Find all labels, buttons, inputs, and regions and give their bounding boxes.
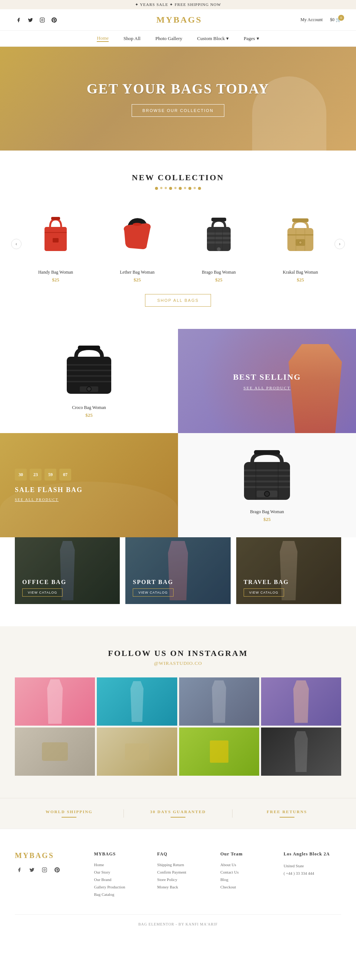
footer-home-link[interactable]: Home xyxy=(94,862,146,867)
footer-logo-column: MYBAGS xyxy=(15,851,88,900)
svg-rect-3 xyxy=(51,217,60,220)
footer-top: MYBAGS MYBAGS Home Our Story Our Br xyxy=(15,851,341,900)
sale-link[interactable]: SEE ALL PRODUCT xyxy=(15,498,83,502)
dot-3 xyxy=(165,187,167,189)
sport-bag-category[interactable]: SPORT BAG VIEW CATALOG xyxy=(126,537,230,604)
office-bag-category[interactable]: OFFICE BAG VIEW CATALOG xyxy=(15,537,120,604)
svg-rect-25 xyxy=(67,370,111,371)
svg-rect-32 xyxy=(244,469,290,471)
svg-rect-33 xyxy=(244,475,290,477)
instagram-post-7[interactable] xyxy=(179,727,259,776)
best-selling-link[interactable]: SEE ALL PRODUCT xyxy=(233,386,301,390)
footer-phone: ( +44 ) 33 334 444 xyxy=(284,870,335,877)
footer-pinterest-icon[interactable] xyxy=(52,865,62,874)
instagram-post-2[interactable] xyxy=(97,678,177,725)
browse-collection-button[interactable]: BROWSE OUR COLLECTION xyxy=(132,104,224,117)
travel-bag-overlay: TRAVEL BAG VIEW CATALOG xyxy=(236,537,341,604)
feature-line-2 xyxy=(170,817,186,818)
svg-rect-23 xyxy=(78,345,100,350)
sport-bag-overlay: SPORT BAG VIEW CATALOG xyxy=(126,537,230,604)
instagram-post-4[interactable] xyxy=(261,678,341,725)
svg-point-29 xyxy=(87,387,91,391)
my-account-link[interactable]: My Account xyxy=(300,17,323,22)
product-price-1: $25 xyxy=(19,277,93,283)
header: MYBAGS My Account $0 0 🛒 xyxy=(0,9,356,31)
footer-shipping-return-link[interactable]: Shipping Return xyxy=(157,862,209,867)
instagram-icon[interactable] xyxy=(38,16,46,24)
svg-point-37 xyxy=(264,491,270,496)
svg-rect-0 xyxy=(40,18,44,22)
instagram-post-6[interactable] xyxy=(97,727,177,776)
instagram-post-5[interactable] xyxy=(15,727,95,776)
product-price-2: $25 xyxy=(100,277,174,283)
nav-home[interactable]: Home xyxy=(97,35,109,42)
footer-facebook-icon[interactable] xyxy=(15,865,24,874)
header-right: My Account $0 0 🛒 xyxy=(300,17,341,22)
countdown-timer: 30 23 59 07 xyxy=(15,469,83,480)
dot-6 xyxy=(179,187,182,190)
instagram-post-1[interactable] xyxy=(15,678,95,725)
travel-bag-category[interactable]: TRAVEL BAG VIEW CATALOG xyxy=(236,537,341,604)
site-logo[interactable]: MYBAGS xyxy=(156,15,202,25)
footer-checkout-link[interactable]: Checkout xyxy=(220,885,272,889)
feature-returns: FREE RETURNS xyxy=(232,810,341,818)
sale-title: SALE FLASH BAG xyxy=(15,486,83,494)
product-image-1[interactable] xyxy=(19,205,93,264)
pinterest-icon[interactable] xyxy=(51,16,58,24)
office-bag-button[interactable]: VIEW CATALOG xyxy=(22,589,63,597)
nav-pages[interactable]: Pages ▾ xyxy=(244,35,259,42)
footer-col-faq: FAQ Shipping Return Confirm Payment Stor… xyxy=(152,851,215,900)
new-collection-section: NEW COLLECTION ‹ xyxy=(0,151,356,329)
sport-bag-title: SPORT BAG xyxy=(133,579,173,585)
svg-point-6 xyxy=(133,223,141,226)
shop-all-bags-button[interactable]: SHOP ALL BAGS xyxy=(145,294,211,307)
footer-money-back-link[interactable]: Money Back xyxy=(157,885,209,889)
footer-twitter-icon[interactable] xyxy=(27,865,37,874)
carousel-next-button[interactable]: › xyxy=(334,239,345,249)
svg-rect-27 xyxy=(67,381,111,382)
countdown-minutes: 23 xyxy=(30,469,41,480)
footer-confirm-payment-link[interactable]: Confirm Payment xyxy=(157,870,209,874)
svg-rect-8 xyxy=(211,218,226,221)
travel-bag-button[interactable]: VIEW CATALOG xyxy=(244,589,284,597)
nav-shop-all[interactable]: Shop All xyxy=(124,35,141,42)
footer-blog-link[interactable]: Blog xyxy=(220,877,272,882)
product-card-3: Brago Bag Woman $25 xyxy=(182,205,256,283)
instagram-post-3[interactable] xyxy=(179,678,259,725)
footer-mybags-title: MYBAGS xyxy=(94,851,146,857)
hero-section: GET YOUR BAGS TODAY BROWSE OUR COLLECTIO… xyxy=(0,47,356,151)
product-image-2[interactable] xyxy=(100,205,174,264)
croco-bag-image[interactable] xyxy=(59,344,119,399)
cart-icon[interactable]: $0 0 🛒 xyxy=(330,17,341,22)
product-image-3[interactable] xyxy=(182,205,256,264)
footer-gallery-link[interactable]: Gallery Production xyxy=(94,885,146,889)
footer-about-link[interactable]: About Us xyxy=(220,862,272,867)
instagram-post-8[interactable] xyxy=(261,727,341,776)
footer-brand-link[interactable]: Our Brand xyxy=(94,877,146,882)
svg-rect-35 xyxy=(244,486,290,488)
brago-bag-featured-image[interactable] xyxy=(237,448,297,504)
footer-instagram-icon[interactable] xyxy=(40,865,49,874)
sport-bag-button[interactable]: VIEW CATALOG xyxy=(133,589,173,597)
dot-1 xyxy=(155,187,158,190)
brago-featured-price: $25 xyxy=(263,517,271,522)
footer: MYBAGS MYBAGS Home Our Story Our Br xyxy=(0,829,356,937)
carousel-prev-button[interactable]: ‹ xyxy=(11,239,22,249)
facebook-icon[interactable] xyxy=(15,16,22,24)
footer-story-link[interactable]: Our Story xyxy=(94,870,146,874)
footer-logo[interactable]: MYBAGS xyxy=(15,851,77,860)
footer-faq-title: FAQ xyxy=(157,851,209,857)
twitter-icon[interactable] xyxy=(27,16,34,24)
main-nav: Home Shop All Photo Gallery Custom Block… xyxy=(0,31,356,47)
croco-bag-name: Croco Bag Woman xyxy=(72,405,106,410)
instagram-handle[interactable]: @WIRASTUDIO.CO xyxy=(15,660,341,666)
product-image-4[interactable] xyxy=(263,205,337,264)
footer-store-policy-link[interactable]: Store Policy xyxy=(157,877,209,882)
svg-rect-26 xyxy=(67,375,111,377)
footer-catalog-link[interactable]: Bag Catalog xyxy=(94,892,146,897)
brago-featured-name: Brago Bag Woman xyxy=(250,509,284,515)
nav-photo-gallery[interactable]: Photo Gallery xyxy=(156,35,183,42)
footer-contact-link[interactable]: Contact Us xyxy=(220,870,272,874)
dot-8 xyxy=(188,187,191,190)
nav-custom-block[interactable]: Custom Block ▾ xyxy=(197,35,229,42)
